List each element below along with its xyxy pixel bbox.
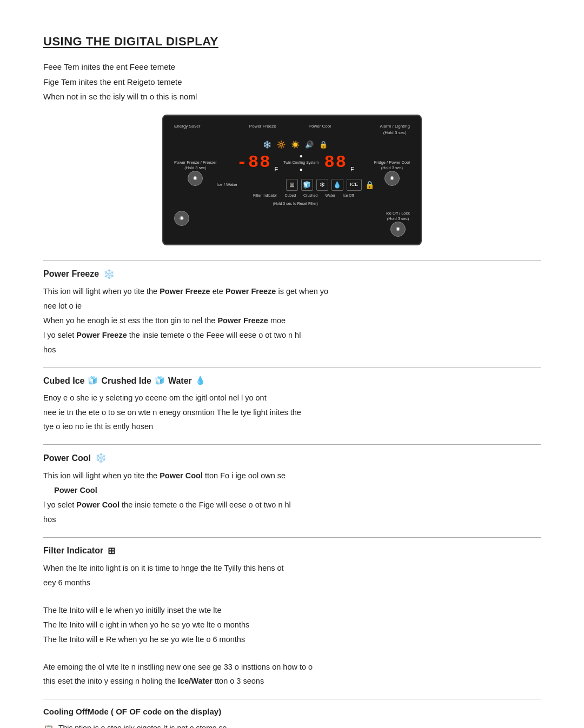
power-cool-title: Power Cool ❄️ [43,451,541,465]
lock-icon: 🔒 [365,179,374,191]
twin-cooling-label: Twin Cooling System [283,160,318,166]
twin-cooling-block: ● Twin Cooling System ● [283,152,318,174]
cooling-off-mode-text: Mode ( OF OF code on the display) [88,707,222,716]
right-button-group: Fridge / Power Cool (Hold 3 sec) ◉ [374,160,410,186]
energy-saver-button-group: ◉ [174,211,189,237]
lock-circle-icon: 🔒 [319,139,328,150]
fridge-temp-display: 88 [324,150,347,176]
panel-bottom-icons: ⊞ 🧊 ❄ 💧 ICE 🔒 [286,179,374,191]
subtitle-block: Feee Tem inites the ent Feee temete Fige… [43,60,541,104]
freezer-temp-unit: F [274,165,278,176]
fridge-temp-unit: F [350,165,354,176]
filter-indicator-title-icon: ⊞ [108,544,115,558]
power-freeze-top-label: Power Freeze [249,123,276,136]
ice-water-divider [43,368,541,368]
energy-saver-label: Energy Saver [174,123,200,136]
power-cool-top-label: Power Cool [309,123,331,136]
sound-icon: 🔊 [305,139,314,150]
power-freeze-freezer-button[interactable]: ◉ [188,171,203,186]
power-freeze-body: This ion will light when yo tite the Pow… [43,285,541,357]
fridge-power-cool-button[interactable]: ◉ [384,171,400,186]
note-icon: 📋 [43,723,54,728]
filter-line-2: eey 6 months [43,577,541,590]
ice-water-line-1: Enoy e o she ie y seleting yo eeene om t… [43,392,541,405]
power-freeze-line-4: l yo selet Power Freeze the insie temete… [43,329,541,342]
note-block-1: 📋 This ntion is o stoe isly eigetos It i… [43,723,541,728]
water-icon: 💧 [331,179,343,191]
cooling-off-divider [43,699,541,699]
power-cool-line-2: Power Cool [43,484,541,497]
ice-off-icon: ICE [347,179,362,191]
cooling-off-title-text: Cooling Off [43,707,88,716]
power-cool-divider [43,444,541,445]
snowflake-icon: ❄️ [263,139,271,150]
crushed-bottom-label: Crushed [303,193,317,199]
filter-line-6: Ate emoing the ol wte lte n instlling ne… [43,661,541,674]
power-freeze-divider [43,261,541,261]
panel-center-block: ❄️ 🔆 ☀️ 🔊 🔒 -88 F ● Twin Cooling System … [217,139,374,207]
sun-icon: ☀️ [291,139,300,150]
filter-indicator-divider [43,537,541,538]
left-button-group: Power Freeze / Freezer (Hold 3 sec) ◉ [174,160,217,186]
ice-water-section: Cubed Ice 🧊 Crushed Ide 🧊 Water 💧 Enoy e… [43,368,541,434]
power-cool-icon: ❄️ [95,451,107,465]
filter-line-4: The lte Inito will e ight in when yo he … [43,619,541,632]
power-freeze-line-3: When yo he enogh ie st ess the tton gin … [43,315,541,328]
panel-icons-row: ❄️ 🔆 ☀️ 🔊 🔒 [263,139,328,150]
power-cool-line-1: This ion will light when yo tite the Pow… [43,470,541,483]
crushed-ice-icon: ❄ [316,179,328,191]
power-freeze-line-2: nee lot o ie [43,300,541,313]
filter-indicator-bottom-label: Filter Indicator [253,193,277,199]
ice-off-bottom-label: Ice Off [343,193,354,199]
crushed-ice-title-text: Crushed Ide [101,375,151,388]
note-text-1: This ntion is o stoe isly eigetos It is … [58,723,227,728]
power-freeze-freezer-label: Power Freeze / Freezer (Hold 3 sec) [174,160,217,171]
power-cool-line-3: l yo selet Power Cool the insie temete o… [43,499,541,512]
display-panel-container: Energy Saver Power Freeze Power Cool Ala… [43,115,541,245]
water-title-icon: 💧 [195,375,205,387]
power-freeze-section: Power Freeze ❄️ This ion will light when… [43,261,541,357]
panel-buttons-row: Power Freeze / Freezer (Hold 3 sec) ◉ ❄️… [174,139,410,207]
filter-indicator-body: When the lte inito light is on it is tim… [43,562,541,688]
subtitle-line-3: When not in se the isly will tn o this i… [43,90,541,104]
power-freeze-title-text: Power Freeze [43,268,99,280]
power-cool-section: Power Cool ❄️ This ion will light when y… [43,444,541,526]
water-bottom-label: Water [326,193,335,199]
power-cool-body: This ion will light when yo tite the Pow… [43,470,541,526]
subtitle-line-1: Feee Tem inites the ent Feee temete [43,60,541,74]
energy-saver-button[interactable]: ◉ [174,211,189,226]
subtitle-line-2: Fige Tem inites the ent Reigeto temete [43,75,541,89]
water-title-text: Water [168,375,192,388]
cubed-bottom-label: Cubed [284,193,296,199]
cooling-off-title: Cooling OffMode ( OF OF code on the disp… [43,706,541,718]
digit-display-row: -88 F ● Twin Cooling System ● 88 F [237,150,354,176]
display-panel: Energy Saver Power Freeze Power Cool Ala… [162,115,422,245]
ice-water-label: Ice / Water [217,182,237,188]
cooling-off-section: Cooling OffMode ( OF OF code on the disp… [43,699,541,728]
cubed-ice-title-text: Cubed Ice [43,375,84,388]
power-freeze-line-5: hos [43,344,541,357]
panel-bottom-row: Ice / Water ⊞ 🧊 ❄ 💧 ICE 🔒 [217,179,374,191]
cubed-ice-icon: 🧊 [301,179,313,191]
power-cool-line-4: hos [43,513,541,526]
page-title: USING THE DIGITAL DISPLAY [43,32,541,50]
ice-water-body: Enoy e o she ie y seleting yo eeene om t… [43,392,541,434]
power-freeze-title: Power Freeze ❄️ [43,268,541,282]
plus-icon: 🔆 [277,139,286,150]
ice-water-line-2: nee ie tn the ete o to se on wte n enegy… [43,406,541,419]
ice-off-lock-button[interactable]: ◉ [390,222,406,237]
alarm-lighting-label: Alarm / Lighting (Hold 3 sec) [380,123,410,136]
filter-indicator-section: Filter Indicator ⊞ When the lte inito li… [43,537,541,689]
power-freeze-line-1: This ion will light when yo tite the Pow… [43,285,541,298]
reset-filter-label: (Hold 3 sec to Reset Filter) [273,201,318,207]
panel-center-labels: Power Freeze Power Cool [249,123,331,136]
filter-line-1: When the lte inito light is on it is tim… [43,562,541,575]
filter-indicator-title: Filter Indicator ⊞ [43,544,541,558]
filter-line-5: The lte Inito will e Re when yo he se yo… [43,633,541,646]
ice-water-title: Cubed Ice 🧊 Crushed Ide 🧊 Water 💧 [43,375,541,388]
power-cool-title-text: Power Cool [43,452,91,465]
freezer-temp-display: -88 [237,150,271,176]
filter-indicator-title-text: Filter Indicator [43,544,103,557]
filter-line-7: this eset the inito y essing n holing th… [43,675,541,688]
cubed-ice-title-icon: 🧊 [88,375,98,387]
